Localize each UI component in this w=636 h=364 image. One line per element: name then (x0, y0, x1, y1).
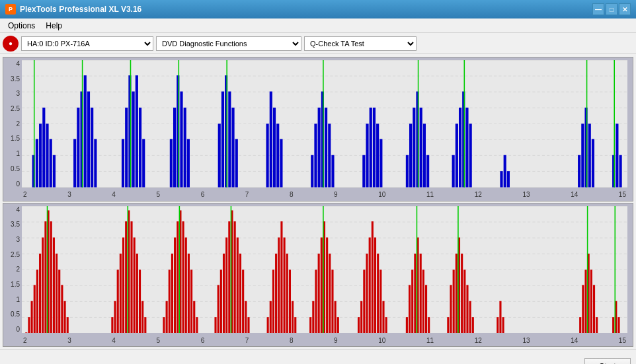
svg-rect-230 (617, 317, 619, 333)
svg-rect-10 (36, 139, 38, 187)
start-section: Start i (584, 358, 631, 365)
svg-rect-181 (331, 270, 333, 333)
svg-rect-33 (170, 139, 173, 187)
svg-rect-160 (247, 317, 249, 333)
main-area: 4 3.5 3 2.5 2 1.5 1 0.5 0 (0, 54, 636, 349)
start-button[interactable]: Start (584, 358, 631, 365)
title-bar-left: P PlexTools Professional XL V3.16 (5, 4, 141, 15)
svg-rect-143 (188, 253, 190, 333)
svg-rect-48 (270, 91, 272, 187)
svg-rect-206 (447, 317, 449, 333)
svg-rect-185 (358, 317, 360, 333)
svg-rect-163 (270, 301, 272, 333)
minimize-button[interactable]: — (592, 3, 604, 15)
svg-rect-83 (507, 171, 510, 187)
svg-rect-76 (459, 108, 461, 188)
svg-rect-85 (581, 124, 584, 187)
svg-rect-224 (590, 270, 592, 333)
svg-rect-40 (218, 124, 221, 187)
svg-rect-158 (242, 270, 244, 333)
svg-rect-68 (413, 108, 415, 188)
svg-rect-72 (426, 155, 429, 188)
svg-rect-26 (125, 108, 128, 188)
svg-rect-23 (94, 139, 97, 187)
svg-rect-15 (53, 155, 56, 188)
svg-rect-88 (592, 139, 594, 187)
toolbar: ● HA:0 ID:0 PX-716A DVD Diagnostic Funct… (0, 33, 636, 54)
svg-rect-215 (472, 317, 474, 333)
svg-rect-81 (500, 171, 502, 187)
bottom-panel: Jitter: 3 Peak Shift: (0, 349, 636, 364)
svg-rect-173 (309, 317, 311, 333)
svg-rect-168 (284, 237, 286, 333)
test-select[interactable]: Q-Check TA Test (304, 36, 417, 51)
menu-bar: Options Help (0, 18, 636, 33)
svg-rect-12 (42, 108, 45, 188)
svg-rect-37 (184, 108, 186, 188)
svg-rect-164 (272, 270, 274, 333)
svg-rect-135 (166, 301, 168, 333)
menu-help[interactable]: Help (40, 20, 67, 32)
svg-rect-182 (335, 301, 337, 333)
bottom-chart-x-axis: 2 3 4 5 6 7 8 9 10 11 12 13 14 15 (22, 334, 627, 346)
svg-rect-207 (450, 285, 452, 333)
svg-rect-151 (223, 253, 225, 333)
top-chart-inner (22, 60, 627, 188)
top-chart-y-axis: 4 3.5 3 2.5 2 1.5 1 0.5 0 (3, 60, 22, 188)
svg-rect-145 (193, 301, 195, 333)
svg-rect-193 (379, 270, 381, 333)
svg-rect-74 (452, 155, 455, 188)
svg-rect-84 (578, 155, 580, 188)
svg-rect-208 (453, 270, 455, 333)
svg-rect-25 (122, 139, 124, 187)
svg-rect-174 (312, 301, 314, 333)
svg-rect-34 (173, 108, 176, 188)
svg-rect-221 (582, 285, 584, 333)
svg-rect-156 (237, 237, 239, 333)
svg-rect-78 (465, 108, 468, 188)
svg-rect-28 (132, 91, 135, 187)
svg-rect-134 (163, 317, 165, 333)
svg-rect-60 (362, 155, 365, 188)
svg-rect-144 (190, 270, 192, 333)
svg-rect-14 (50, 139, 52, 187)
device-select[interactable]: HA:0 ID:0 PX-716A (21, 36, 153, 51)
title-text: PlexTools Professional XL V3.16 (20, 5, 141, 14)
svg-rect-152 (225, 237, 227, 333)
svg-rect-137 (171, 253, 173, 333)
svg-rect-63 (373, 108, 376, 188)
svg-rect-61 (366, 124, 368, 187)
svg-rect-226 (596, 317, 598, 333)
svg-rect-155 (234, 221, 236, 333)
maximize-button[interactable]: □ (606, 3, 617, 15)
svg-rect-213 (466, 285, 468, 333)
svg-rect-21 (87, 91, 90, 187)
title-controls: — □ ✕ (592, 3, 631, 15)
close-button[interactable]: ✕ (619, 3, 631, 15)
svg-rect-45 (235, 139, 238, 187)
bottom-chart-inner (22, 206, 627, 334)
menu-options[interactable]: Options (3, 20, 40, 32)
function-select[interactable]: DVD Diagnostic Functions (156, 36, 301, 51)
svg-rect-162 (267, 317, 269, 333)
svg-rect-202 (422, 270, 424, 333)
svg-rect-187 (363, 270, 365, 333)
svg-rect-110 (44, 221, 46, 333)
svg-rect-214 (469, 301, 471, 333)
svg-rect-199 (414, 253, 416, 333)
svg-rect-66 (406, 155, 409, 188)
svg-rect-41 (221, 91, 224, 187)
svg-rect-109 (42, 237, 44, 333)
svg-rect-219 (502, 317, 504, 333)
svg-rect-129 (136, 253, 138, 333)
svg-rect-186 (360, 301, 362, 333)
svg-rect-75 (456, 124, 458, 187)
svg-rect-112 (50, 221, 52, 333)
svg-rect-51 (280, 139, 282, 187)
bottom-chart-svg (22, 206, 627, 334)
svg-rect-13 (46, 124, 48, 187)
svg-rect-169 (286, 253, 288, 333)
svg-rect-54 (318, 108, 321, 188)
svg-rect-65 (379, 139, 382, 187)
svg-rect-170 (289, 270, 291, 333)
